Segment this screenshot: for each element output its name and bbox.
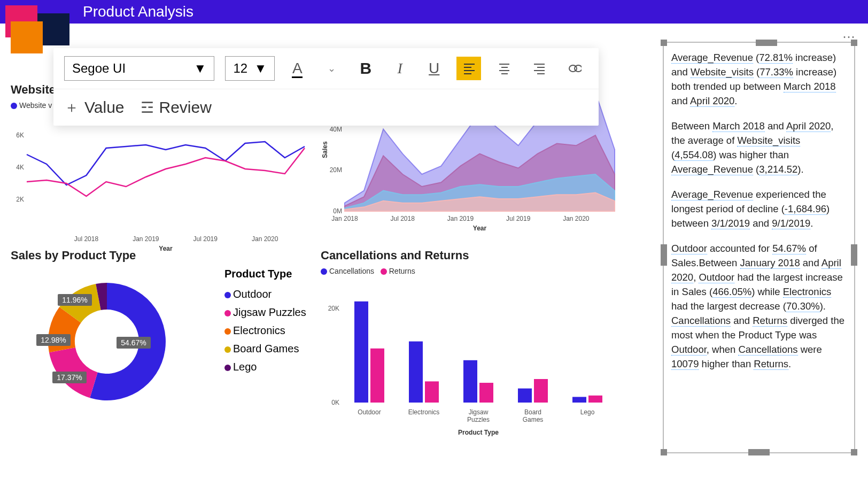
svg-text:Jigsaw: Jigsaw: [469, 408, 489, 416]
text-toolbar: Segoe UI▼ 12▼ A ⌄ B I U ＋Value ☲Review: [53, 48, 599, 126]
svg-rect-43: [370, 349, 384, 403]
svg-text:Jan 2018: Jan 2018: [331, 215, 358, 222]
svg-text:Jan 2020: Jan 2020: [252, 235, 278, 243]
svg-text:Jul 2018: Jul 2018: [391, 215, 415, 222]
svg-text:2K: 2K: [16, 196, 24, 203]
font-color-button[interactable]: A: [285, 57, 309, 80]
svg-rect-56: [572, 397, 586, 403]
svg-text:Jan 2020: Jan 2020: [563, 215, 590, 222]
review-button[interactable]: ☲Review: [141, 98, 212, 117]
donut-chart-product-type[interactable]: Sales by Product Type 54.67%17.37%12.98%…: [11, 249, 310, 419]
svg-text:6K: 6K: [16, 132, 24, 139]
link-button[interactable]: [562, 57, 588, 80]
svg-text:Jul 2019: Jul 2019: [506, 215, 531, 222]
svg-text:Games: Games: [523, 416, 544, 423]
svg-text:Puzzles: Puzzles: [467, 416, 490, 423]
svg-text:Jul 2018: Jul 2018: [74, 235, 99, 243]
svg-text:Year: Year: [473, 225, 487, 232]
donut-legend: Product Type OutdoorJigsaw PuzzlesElectr…: [224, 265, 306, 376]
svg-text:Electronics: Electronics: [408, 408, 440, 416]
svg-text:54.67%: 54.67%: [121, 338, 146, 347]
align-center-button[interactable]: [492, 57, 516, 80]
svg-text:Sales: Sales: [321, 141, 329, 158]
svg-rect-48: [463, 360, 477, 403]
font-size-dropdown[interactable]: 12▼: [225, 56, 275, 81]
svg-rect-57: [588, 396, 602, 403]
plus-icon: ＋: [64, 97, 79, 118]
page-title: Product Analysis: [83, 3, 193, 20]
legend: Cancellations Returns: [321, 267, 620, 275]
legend-label-2: Returns: [389, 267, 415, 275]
legend-item: Board Games: [224, 339, 306, 358]
font-color-chevron-icon[interactable]: ⌄: [320, 57, 343, 80]
font-family-dropdown[interactable]: Segoe UI▼: [64, 56, 214, 81]
legend-item: Electronics: [224, 321, 306, 339]
chart-title: Cancellations and Returns: [321, 249, 620, 262]
svg-text:20M: 20M: [330, 166, 342, 174]
legend-item: Lego: [224, 358, 306, 376]
svg-text:Jan 2019: Jan 2019: [133, 235, 159, 243]
align-left-button[interactable]: [456, 57, 481, 80]
app-logo: [5, 5, 59, 59]
review-label: Review: [159, 98, 212, 117]
svg-rect-49: [479, 383, 493, 403]
bold-button[interactable]: B: [354, 57, 377, 80]
svg-text:Product Type: Product Type: [458, 429, 499, 436]
smart-narrative-textbox[interactable]: Average_Revenue (72.81% increase) and We…: [663, 42, 855, 453]
svg-text:17.37%: 17.37%: [57, 373, 82, 382]
add-value-button[interactable]: ＋Value: [64, 97, 125, 118]
value-label: Value: [84, 98, 125, 117]
svg-text:Lego: Lego: [580, 408, 595, 416]
svg-text:Jan 2019: Jan 2019: [447, 215, 474, 222]
svg-rect-53: [534, 379, 548, 403]
list-icon: ☲: [141, 99, 154, 117]
svg-point-13: [575, 65, 582, 72]
font-size-value: 12: [233, 61, 247, 76]
svg-text:Board: Board: [524, 408, 541, 416]
legend-label: Website v: [19, 101, 52, 110]
svg-text:20K: 20K: [328, 305, 339, 312]
svg-text:40M: 40M: [330, 126, 342, 133]
svg-rect-52: [518, 389, 532, 403]
svg-text:12.98%: 12.98%: [41, 336, 66, 344]
svg-rect-46: [425, 381, 439, 403]
underline-button[interactable]: U: [422, 57, 446, 80]
svg-text:11.96%: 11.96%: [62, 296, 87, 304]
svg-text:Jul 2019: Jul 2019: [193, 235, 218, 243]
svg-text:0M: 0M: [333, 207, 342, 215]
svg-rect-45: [409, 342, 423, 403]
italic-button[interactable]: I: [388, 57, 412, 80]
legend-item: Jigsaw Puzzles: [224, 303, 306, 321]
chart-title: Sales by Product Type: [11, 249, 310, 262]
svg-rect-42: [354, 302, 368, 403]
align-right-button[interactable]: [526, 57, 551, 80]
legend-label-1: Cancellations: [329, 267, 374, 275]
svg-text:4K: 4K: [16, 164, 24, 171]
legend-item: Outdoor: [224, 285, 306, 303]
bar-chart-cancellations-returns[interactable]: Cancellations and Returns Cancellations …: [321, 249, 620, 442]
font-family-value: Segoe UI: [72, 61, 126, 76]
header: Product Analysis: [0, 0, 868, 24]
svg-text:0K: 0K: [331, 399, 339, 406]
svg-text:Outdoor: Outdoor: [358, 408, 381, 416]
legend-title: Product Type: [224, 265, 306, 283]
